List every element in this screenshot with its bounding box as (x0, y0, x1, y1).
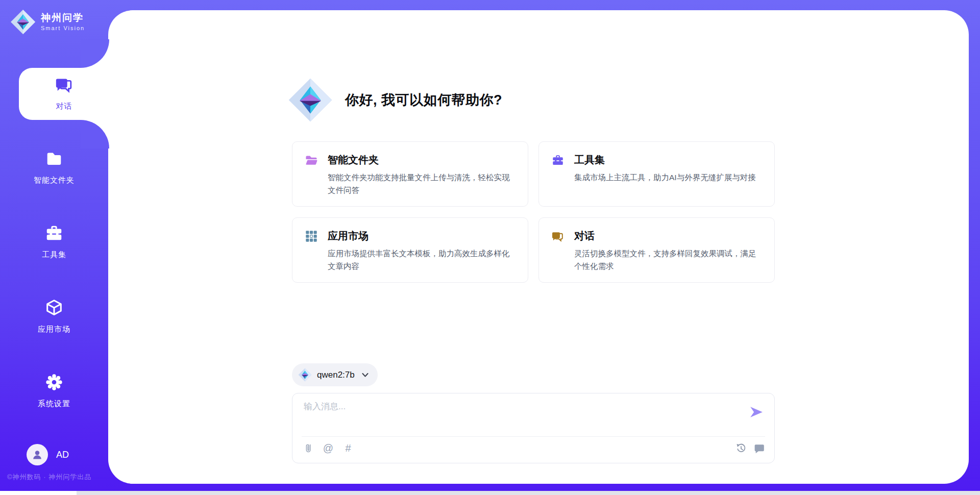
copyright-footer: ©神州数码 · 神州问学出品 (7, 473, 114, 482)
chat-icon (55, 75, 74, 94)
brand-name: 神州问学 (41, 13, 85, 23)
brand-subtitle: Smart Vision (41, 25, 85, 31)
card-chat[interactable]: 对话 灵活切换多模型文件，支持多样回复效果调试，满足个性化需求 (538, 217, 775, 283)
gear-icon (44, 373, 64, 392)
person-icon (31, 448, 44, 461)
sidebar-item-smart-folder[interactable]: 智能文件夹 (0, 149, 108, 185)
folder-open-icon (305, 154, 318, 167)
tab-fillet-bottom (81, 120, 109, 148)
send-icon[interactable] (750, 406, 763, 418)
model-selector[interactable]: qwen2:7b (292, 363, 378, 386)
feature-cards: 智能文件夹 智能文件夹功能支持批量文件上传与清洗，轻松实现文件问答 (292, 141, 776, 283)
chat-bubble-icon (754, 443, 765, 454)
composer-divider (302, 436, 765, 437)
card-app-market[interactable]: 应用市场 应用市场提供丰富长文本模板，助力高效生成多样化文章内容 (292, 217, 528, 283)
card-title: 工具集 (574, 153, 605, 167)
paperclip-icon (305, 443, 312, 454)
chevron-down-icon (362, 373, 369, 377)
brand-diamond-icon (10, 9, 36, 35)
card-description: 应用市场提供丰富长文本模板，助力高效生成多样化文章内容 (328, 247, 516, 273)
chat-icon (551, 230, 565, 243)
app-root: 神州问学 Smart Vision 对话 智能文件夹 (0, 0, 980, 495)
cube-icon (44, 298, 64, 317)
avatar (27, 444, 48, 465)
card-title: 对话 (574, 229, 595, 243)
horizontal-scrollbar[interactable] (0, 491, 980, 495)
card-description: 灵活切换多模型文件，支持多样回复效果调试，满足个性化需求 (574, 247, 762, 273)
sidebar-item-toolset[interactable]: 工具集 (0, 224, 108, 260)
greeting-diamond-icon (288, 78, 333, 122)
at-icon: @ (323, 443, 333, 453)
history-icon (736, 443, 746, 454)
user-initials: AD (56, 450, 69, 460)
briefcase-icon (551, 154, 565, 167)
card-description: 智能文件夹功能支持批量文件上传与清洗，轻松实现文件问答 (328, 171, 516, 197)
briefcase-icon (44, 224, 64, 243)
history-button[interactable] (735, 442, 747, 454)
model-name: qwen2:7b (317, 370, 355, 380)
hash-icon: # (345, 443, 351, 453)
sidebar-item-label: 对话 (19, 102, 109, 111)
sidebar-item-label: 系统设置 (0, 399, 108, 409)
attach-file-button[interactable] (303, 442, 314, 454)
folder-icon (44, 149, 64, 168)
model-diamond-icon (298, 368, 312, 382)
sidebar-item-settings[interactable]: 系统设置 (0, 373, 108, 409)
sidebar-item-chat[interactable]: 对话 (19, 75, 109, 111)
card-smart-folder[interactable]: 智能文件夹 智能文件夹功能支持批量文件上传与清洗，轻松实现文件问答 (292, 141, 528, 207)
conversations-button[interactable] (753, 442, 765, 454)
greeting-title: 你好, 我可以如何帮助你? (345, 91, 502, 109)
topic-button[interactable]: # (342, 442, 354, 454)
card-title: 应用市场 (328, 229, 369, 243)
mention-button[interactable]: @ (323, 442, 334, 454)
card-title: 智能文件夹 (328, 153, 379, 167)
blocks-icon (305, 230, 318, 243)
sidebar-item-label: 智能文件夹 (0, 176, 108, 185)
card-description: 集成市场上主流工具，助力AI与外界无缝扩展与对接 (574, 171, 762, 184)
card-toolset[interactable]: 工具集 集成市场上主流工具，助力AI与外界无缝扩展与对接 (538, 141, 775, 207)
scrollbar-corner (0, 491, 77, 495)
tab-fillet-top (81, 39, 109, 68)
brand-logo-block: 神州问学 Smart Vision (10, 9, 85, 35)
sidebar-item-label: 应用市场 (0, 325, 108, 334)
message-composer: @ # (292, 393, 775, 463)
sidebar-item-label: 工具集 (0, 250, 108, 260)
sidebar-item-app-market[interactable]: 应用市场 (0, 298, 108, 334)
message-input[interactable] (303, 400, 739, 433)
user-profile[interactable]: AD (27, 444, 69, 465)
greeting-block: 你好, 我可以如何帮助你? (288, 78, 502, 122)
